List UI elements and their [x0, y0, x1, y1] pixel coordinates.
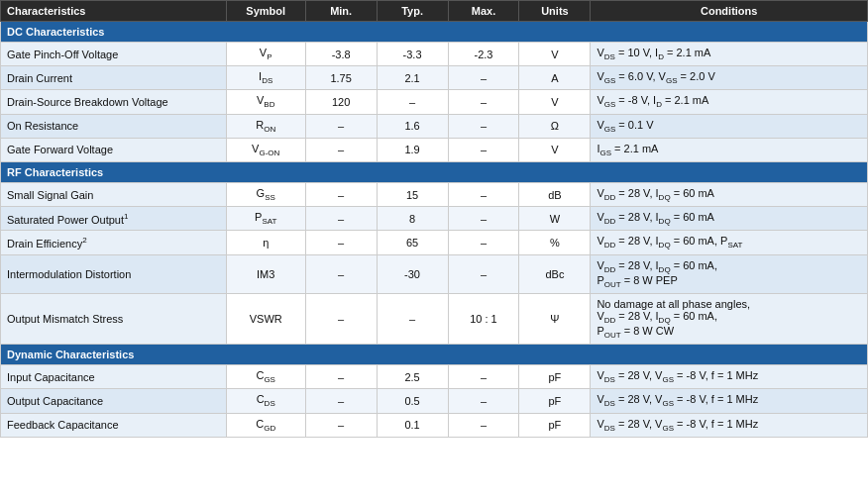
characteristic-name: On Resistance — [1, 114, 227, 138]
typ-cell: 2.1 — [377, 66, 448, 90]
conditions-cell: VDS = 28 V, VGS = -8 V, f = 1 MHz — [591, 413, 868, 437]
characteristic-name: Input Capacitance — [1, 365, 227, 389]
typ-cell: -3.3 — [377, 43, 448, 66]
max-cell: – — [448, 138, 519, 161]
units-cell: Ω — [519, 114, 591, 138]
characteristic-name: Drain Efficiency2 — [1, 231, 227, 254]
min-cell: – — [305, 254, 377, 293]
conditions-cell: VGS = -8 V, ID = 2.1 mA — [591, 90, 868, 114]
conditions-cell: VDS = 28 V, VGS = -8 V, f = 1 MHz — [591, 365, 868, 389]
characteristic-name: Output Capacitance — [1, 389, 227, 413]
symbol-cell: CGS — [226, 365, 305, 389]
units-cell: A — [519, 66, 591, 90]
characteristic-name: Output Mismatch Stress — [1, 293, 227, 344]
min-cell: – — [305, 389, 377, 413]
typ-cell: -30 — [377, 254, 448, 293]
conditions-cell: VDD = 28 V, IDQ = 60 mA,POUT = 8 W PEP — [591, 254, 868, 293]
units-cell: dBc — [519, 254, 591, 293]
min-cell: 1.75 — [305, 66, 377, 90]
units-cell: V — [519, 138, 591, 161]
units-cell: dB — [519, 182, 591, 206]
characteristic-name: Drain-Source Breakdown Voltage — [1, 90, 227, 114]
min-cell: -3.8 — [305, 43, 377, 66]
max-cell: – — [448, 207, 519, 231]
header-symbol: Symbol — [226, 1, 305, 22]
table-row: Output Mismatch StressVSWR––10 : 1ΨNo da… — [1, 293, 868, 344]
units-cell: V — [519, 90, 591, 114]
symbol-cell: PSAT — [226, 207, 305, 231]
typ-cell: 2.5 — [377, 365, 448, 389]
header-conditions: Conditions — [591, 1, 868, 22]
typ-cell: 15 — [377, 182, 448, 206]
table-row: Feedback CapacitanceCGD–0.1–pFVDS = 28 V… — [1, 413, 868, 437]
symbol-cell: RON — [226, 114, 305, 138]
conditions-cell: VGS = 0.1 V — [591, 114, 868, 138]
symbol-cell: IDS — [226, 66, 305, 90]
units-cell: % — [519, 231, 591, 254]
max-cell: – — [448, 254, 519, 293]
conditions-cell: IGS = 2.1 mA — [591, 138, 868, 161]
header-max: Max. — [448, 1, 519, 22]
units-cell: pF — [519, 389, 591, 413]
conditions-cell: VGS = 6.0 V, VGS = 2.0 V — [591, 66, 868, 90]
units-cell: V — [519, 43, 591, 66]
table-row: Drain Efficiency2η–65–%VDD = 28 V, IDQ =… — [1, 231, 868, 254]
characteristic-name: Gate Forward Voltage — [1, 138, 227, 161]
characteristics-table: Characteristics Symbol Min. Typ. Max. Un… — [0, 0, 868, 438]
min-cell: – — [305, 138, 377, 161]
typ-cell: 1.9 — [377, 138, 448, 161]
conditions-cell: VDD = 28 V, IDQ = 60 mA, PSAT — [591, 231, 868, 254]
conditions-cell: VDS = 10 V, ID = 2.1 mA — [591, 43, 868, 66]
min-cell: – — [305, 413, 377, 437]
max-cell: – — [448, 365, 519, 389]
characteristic-name: Saturated Power Output1 — [1, 207, 227, 231]
header-characteristics: Characteristics — [1, 1, 227, 22]
characteristic-name: Feedback Capacitance — [1, 413, 227, 437]
units-cell: pF — [519, 365, 591, 389]
table-row: Gate Forward VoltageVG-ON–1.9–VIGS = 2.1… — [1, 138, 868, 161]
typ-cell: 1.6 — [377, 114, 448, 138]
max-cell: – — [448, 389, 519, 413]
max-cell: – — [448, 182, 519, 206]
max-cell: – — [448, 90, 519, 114]
typ-cell: – — [377, 293, 448, 344]
typ-cell: 65 — [377, 231, 448, 254]
min-cell: – — [305, 365, 377, 389]
min-cell: 120 — [305, 90, 377, 114]
max-cell: – — [448, 231, 519, 254]
characteristic-name: Drain Current — [1, 66, 227, 90]
units-cell: Ψ — [519, 293, 591, 344]
characteristic-name: Gate Pinch-Off Voltage — [1, 43, 227, 66]
symbol-cell: VP — [226, 43, 305, 66]
characteristic-name: Small Signal Gain — [1, 182, 227, 206]
symbol-cell: η — [226, 231, 305, 254]
conditions-cell: VDS = 28 V, VGS = -8 V, f = 1 MHz — [591, 389, 868, 413]
section-header: Dynamic Characteristics — [1, 345, 868, 365]
typ-cell: 0.1 — [377, 413, 448, 437]
symbol-cell: VG-ON — [226, 138, 305, 161]
section-header: RF Characteristics — [1, 161, 868, 182]
units-cell: pF — [519, 413, 591, 437]
table-row: Drain-Source Breakdown VoltageVBD120––VV… — [1, 90, 868, 114]
units-cell: W — [519, 207, 591, 231]
min-cell: – — [305, 114, 377, 138]
min-cell: – — [305, 231, 377, 254]
section-header: DC Characteristics — [1, 22, 868, 43]
max-cell: -2.3 — [448, 43, 519, 66]
conditions-cell: VDD = 28 V, IDQ = 60 mA — [591, 182, 868, 206]
symbol-cell: VBD — [226, 90, 305, 114]
max-cell: – — [448, 413, 519, 437]
table-row: Saturated Power Output1PSAT–8–WVDD = 28 … — [1, 207, 868, 231]
header-typ: Typ. — [377, 1, 448, 22]
conditions-cell: No damage at all phase angles,VDD = 28 V… — [591, 293, 868, 344]
typ-cell: 0.5 — [377, 389, 448, 413]
symbol-cell: CGD — [226, 413, 305, 437]
symbol-cell: CDS — [226, 389, 305, 413]
max-cell: 10 : 1 — [448, 293, 519, 344]
min-cell: – — [305, 182, 377, 206]
conditions-cell: VDD = 28 V, IDQ = 60 mA — [591, 207, 868, 231]
table-row: On ResistanceRON–1.6–ΩVGS = 0.1 V — [1, 114, 868, 138]
symbol-cell: VSWR — [226, 293, 305, 344]
typ-cell: 8 — [377, 207, 448, 231]
max-cell: – — [448, 66, 519, 90]
